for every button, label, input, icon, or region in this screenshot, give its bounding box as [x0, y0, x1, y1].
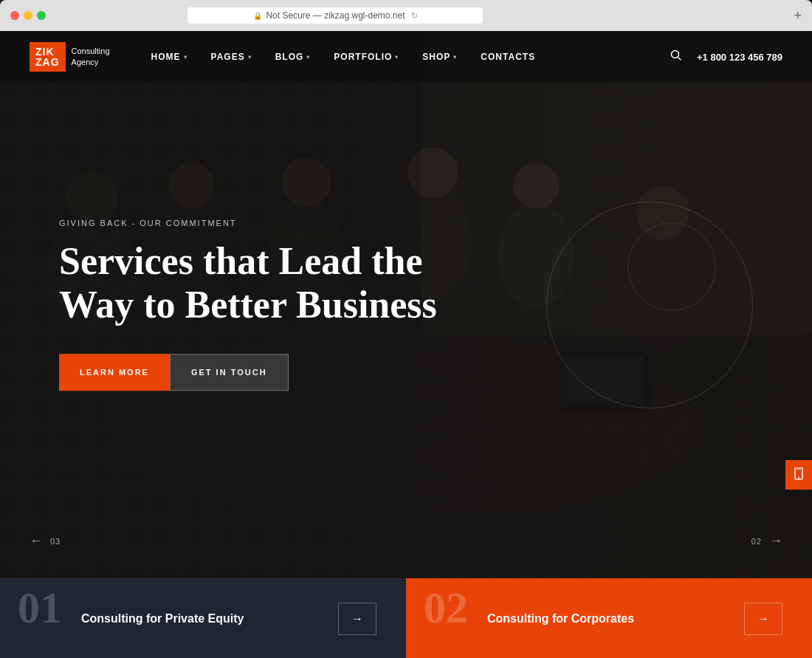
chevron-down-icon: ▾ — [184, 54, 187, 61]
chevron-down-icon: ▾ — [306, 54, 310, 61]
nav-pages[interactable]: PAGES ▾ — [199, 52, 264, 62]
card-label-2: Consulting for Corporates — [487, 612, 729, 626]
url-text: Not Secure — zikzag.wgl-demo.net — [266, 10, 405, 21]
hero-section: ZIK ZAG Consulting Agency HOME ▾ PAGES ▾ — [0, 31, 812, 578]
card-num-2: 02 — [424, 586, 468, 630]
next-slide-arrow[interactable]: → — [769, 533, 782, 549]
get-in-touch-button[interactable]: GET IN TOUCH — [170, 354, 289, 391]
card-arrow-box-2[interactable]: → — [744, 603, 782, 635]
nav-portfolio[interactable]: PORTFOLIO ▾ — [322, 52, 410, 62]
hero-title: Services that Lead the Way to Better Bus… — [59, 239, 437, 328]
logo-box: ZIK ZAG — [30, 42, 66, 72]
logo-text: Consulting Agency — [72, 46, 110, 69]
card-num-1: 01 — [18, 586, 62, 630]
svg-point-22 — [798, 476, 799, 478]
svg-rect-21 — [796, 468, 801, 469]
nav-home[interactable]: HOME ▾ — [140, 52, 199, 62]
lock-icon: 🔒 — [253, 12, 262, 20]
browser-chrome: 🔒 Not Secure — zikzag.wgl-demo.net ↻ + — [0, 0, 812, 31]
nav-right: +1 800 123 456 789 — [670, 49, 782, 64]
nav-shop[interactable]: SHOP ▾ — [410, 52, 469, 62]
hero-content: GIVING BACK - OUR COMMITMENT Services th… — [59, 219, 437, 391]
chevron-down-icon: ▾ — [248, 54, 252, 61]
nav-contacts[interactable]: CONTACTS — [469, 52, 547, 62]
card-arrow-box-1[interactable]: → — [338, 603, 376, 635]
slide-nav-right: 02 → — [751, 533, 782, 549]
website-content: ZIK ZAG Consulting Agency HOME ▾ PAGES ▾ — [0, 31, 812, 658]
card-private-equity[interactable]: 01 Consulting for Private Equity → — [0, 578, 406, 658]
navbar: ZIK ZAG Consulting Agency HOME ▾ PAGES ▾ — [0, 31, 812, 83]
browser-dots — [10, 11, 46, 20]
search-icon[interactable] — [670, 49, 682, 64]
search-svg — [670, 49, 682, 61]
chevron-down-icon: ▾ — [395, 54, 399, 61]
nav-blog[interactable]: BLOG ▾ — [264, 52, 323, 62]
phone-svg — [794, 467, 804, 481]
phone-icon — [794, 467, 804, 483]
logo-zag: ZAG — [35, 57, 60, 67]
svg-line-19 — [678, 58, 681, 61]
hero-buttons: LEARN MORE GET IN TOUCH — [59, 354, 437, 391]
slide-num-left: 03 — [50, 537, 61, 546]
slide-nav-left: ← 03 — [30, 533, 61, 549]
logo-zik: ZIK — [35, 47, 60, 57]
reload-icon[interactable]: ↻ — [411, 11, 418, 21]
logo[interactable]: ZIK ZAG Consulting Agency — [30, 42, 110, 72]
new-tab-button[interactable]: + — [794, 8, 802, 24]
hero-tagline: GIVING BACK - OUR COMMITMENT — [59, 219, 437, 227]
bottom-cards: 01 Consulting for Private Equity → 02 Co… — [0, 578, 812, 658]
svg-point-18 — [671, 51, 678, 58]
arrow-right-icon-2: → — [757, 612, 769, 626]
learn-more-button[interactable]: LEARN MORE — [59, 354, 170, 391]
address-bar[interactable]: 🔒 Not Secure — zikzag.wgl-demo.net ↻ — [187, 7, 483, 24]
arrow-right-icon-1: → — [351, 612, 363, 626]
nav-menu: HOME ▾ PAGES ▾ BLOG ▾ PORTFOLIO ▾ SHOP — [140, 52, 670, 62]
nav-phone: +1 800 123 456 789 — [697, 52, 782, 63]
minimize-button[interactable] — [24, 11, 32, 20]
close-button[interactable] — [10, 11, 19, 20]
maximize-button[interactable] — [37, 11, 46, 20]
prev-slide-arrow[interactable]: ← — [30, 533, 43, 549]
sticky-contact-button[interactable] — [785, 460, 812, 490]
card-corporates[interactable]: 02 Consulting for Corporates → — [406, 578, 812, 658]
chevron-down-icon: ▾ — [453, 54, 457, 61]
slide-num-right: 02 — [751, 537, 762, 546]
card-label-1: Consulting for Private Equity — [81, 612, 323, 626]
deco-circle-small — [627, 222, 716, 311]
